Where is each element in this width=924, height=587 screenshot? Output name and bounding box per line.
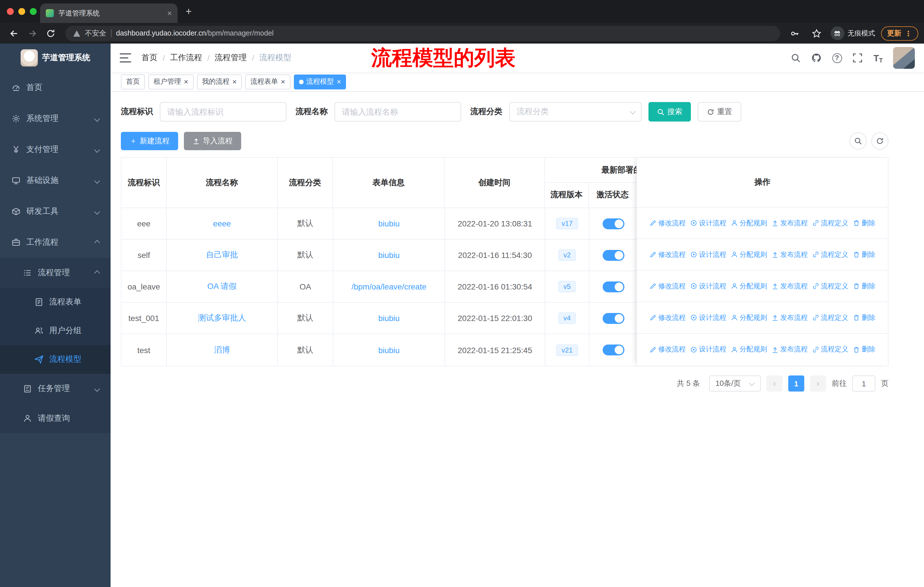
sidebar-item-请假查询[interactable]: 请假查询 (0, 403, 111, 433)
active-toggle[interactable] (602, 281, 624, 292)
version-badge[interactable]: v2 (558, 250, 576, 261)
bookmark-star-icon[interactable] (808, 25, 825, 41)
action-design[interactable]: 设计流程 (690, 250, 726, 260)
tag-close-icon[interactable]: × (337, 78, 341, 85)
password-key-icon[interactable] (787, 25, 803, 41)
url-bar[interactable]: 不安全 dashboard.yudao.iocoder.cn/bpm/manag… (65, 25, 780, 41)
sidebar-item-流程表单[interactable]: 流程表单 (0, 288, 111, 316)
toggle-search-icon[interactable] (850, 132, 867, 150)
current-page-button[interactable]: 1 (788, 375, 804, 392)
active-toggle[interactable] (602, 218, 624, 229)
active-toggle[interactable] (602, 344, 624, 356)
tab-close-icon[interactable]: × (167, 8, 172, 18)
action-publish[interactable]: 发布流程 (772, 218, 808, 228)
process-name-input[interactable] (335, 102, 461, 122)
action-edit[interactable]: 修改流程 (650, 250, 686, 260)
action-delete[interactable]: 删除 (853, 281, 875, 291)
action-design[interactable]: 设计流程 (690, 218, 726, 228)
breadcrumb-item[interactable]: 流程管理 (215, 53, 247, 63)
model-name-link[interactable]: OA 请假 (207, 281, 237, 292)
form-link[interactable]: biubiu (378, 219, 400, 228)
form-link[interactable]: biubiu (378, 346, 400, 355)
tag-close-icon[interactable]: × (281, 78, 285, 85)
help-icon[interactable]: ? (831, 52, 843, 64)
model-name-link[interactable]: 测试多审批人 (198, 313, 246, 323)
import-process-button[interactable]: 导入流程 (184, 132, 241, 150)
model-name-link[interactable]: eeee (213, 219, 231, 228)
tag-close-icon[interactable]: × (232, 78, 237, 85)
action-edit[interactable]: 修改流程 (650, 313, 686, 322)
action-publish[interactable]: 发布流程 (772, 344, 808, 354)
reset-button[interactable]: 重置 (698, 102, 741, 122)
sidebar-item-任务管理[interactable]: 任务管理 (0, 374, 111, 403)
create-process-button[interactable]: ＋ 新建流程 (121, 132, 178, 150)
action-publish[interactable]: 发布流程 (772, 313, 808, 322)
forward-icon[interactable] (24, 25, 40, 41)
user-avatar[interactable] (893, 47, 915, 69)
tag-首页[interactable]: 首页 (121, 74, 145, 89)
form-link[interactable]: /bpm/oa/leave/create (351, 282, 426, 291)
model-name-link[interactable]: 自己审批 (206, 250, 238, 260)
action-assign[interactable]: 分配规则 (731, 250, 767, 260)
action-edit[interactable]: 修改流程 (650, 344, 686, 354)
action-assign[interactable]: 分配规则 (731, 281, 767, 291)
tag-流程表单[interactable]: 流程表单× (245, 74, 290, 89)
action-delete[interactable]: 删除 (853, 218, 875, 228)
active-toggle[interactable] (602, 250, 624, 261)
close-window-button[interactable] (7, 8, 14, 15)
version-badge[interactable]: v17 (556, 218, 578, 229)
action-publish[interactable]: 发布流程 (772, 281, 808, 291)
sidebar-item-支付管理[interactable]: 支付管理 (0, 134, 111, 165)
form-link[interactable]: biubiu (378, 314, 400, 323)
page-size-select[interactable]: 10条/页 (709, 375, 761, 392)
tag-我的流程[interactable]: 我的流程× (197, 74, 242, 89)
sidebar-logo[interactable]: 芋道管理系统 (0, 43, 111, 72)
goto-page-input[interactable] (852, 375, 875, 392)
maximize-window-button[interactable] (30, 8, 37, 15)
back-icon[interactable] (6, 25, 22, 41)
action-publish[interactable]: 发布流程 (772, 250, 808, 260)
action-delete[interactable]: 删除 (853, 250, 875, 260)
refresh-icon[interactable] (871, 132, 888, 150)
version-badge[interactable]: v4 (558, 313, 576, 324)
sidebar-item-流程管理[interactable]: 流程管理 (0, 258, 111, 288)
reload-icon[interactable] (42, 25, 58, 41)
font-size-icon[interactable]: TT (873, 52, 884, 64)
breadcrumb-item[interactable]: 首页 (142, 53, 158, 63)
search-button[interactable]: 搜索 (648, 102, 691, 122)
action-design[interactable]: 设计流程 (690, 281, 726, 291)
action-define[interactable]: 流程定义 (812, 250, 848, 260)
action-design[interactable]: 设计流程 (690, 313, 726, 322)
minimize-window-button[interactable] (18, 8, 25, 15)
browser-tab[interactable]: 芋道管理系统 × (40, 3, 178, 23)
action-delete[interactable]: 删除 (853, 313, 875, 322)
action-delete[interactable]: 删除 (853, 344, 875, 354)
form-link[interactable]: biubiu (378, 251, 400, 260)
model-name-link[interactable]: 滔博 (214, 345, 230, 355)
action-assign[interactable]: 分配规则 (731, 313, 767, 322)
action-define[interactable]: 流程定义 (812, 313, 848, 322)
github-icon[interactable] (810, 52, 822, 64)
action-define[interactable]: 流程定义 (812, 218, 848, 228)
sidebar-toggle-icon[interactable] (120, 53, 131, 63)
sidebar-item-流程模型[interactable]: 流程模型 (0, 345, 111, 374)
security-label[interactable]: 不安全 (85, 28, 106, 38)
action-assign[interactable]: 分配规则 (731, 344, 767, 354)
sidebar-item-用户分组[interactable]: 用户分组 (0, 316, 111, 345)
sidebar-item-基础设施[interactable]: 基础设施 (0, 165, 111, 196)
tag-close-icon[interactable]: × (184, 78, 188, 85)
chrome-update-button[interactable]: 更新 ⋮ (881, 26, 918, 40)
sidebar-item-工作流程[interactable]: 工作流程 (0, 227, 111, 258)
action-define[interactable]: 流程定义 (812, 344, 848, 354)
version-badge[interactable]: v5 (558, 281, 576, 293)
search-icon[interactable] (790, 52, 802, 64)
active-toggle[interactable] (602, 313, 624, 324)
fullscreen-icon[interactable] (852, 52, 863, 64)
action-edit[interactable]: 修改流程 (650, 218, 686, 228)
action-edit[interactable]: 修改流程 (650, 281, 686, 291)
tag-租户管理[interactable]: 租户管理× (148, 74, 193, 89)
new-tab-button[interactable]: + (178, 5, 200, 18)
category-select[interactable]: 流程分类 (509, 102, 642, 122)
action-assign[interactable]: 分配规则 (731, 218, 767, 228)
tag-流程模型[interactable]: 流程模型× (294, 74, 346, 89)
